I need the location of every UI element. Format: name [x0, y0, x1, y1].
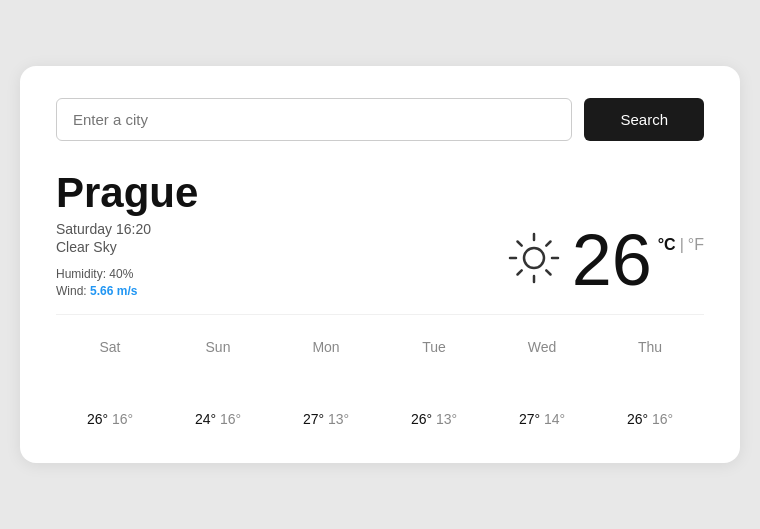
- datetime: Saturday 16:20: [56, 221, 151, 237]
- svg-line-5: [517, 241, 521, 245]
- forecast-day: Sun 24° 16°: [164, 339, 272, 427]
- temp-display: 26 °C | °F: [572, 224, 704, 296]
- search-button[interactable]: Search: [584, 98, 704, 141]
- main-info-row: Saturday 16:20 Clear Sky Humidity: 40% W…: [56, 221, 704, 298]
- day-label: Tue: [422, 339, 446, 355]
- high-temp: 27°: [519, 411, 540, 427]
- temperature-number: 26: [572, 224, 652, 296]
- unit-separator: |: [680, 236, 684, 254]
- city-name: Prague: [56, 169, 704, 217]
- celsius-unit[interactable]: °C: [658, 236, 676, 254]
- low-temp: 14°: [544, 411, 565, 427]
- day-label: Sat: [99, 339, 120, 355]
- svg-point-0: [524, 248, 544, 268]
- forecast-day: Sat 26° 16°: [56, 339, 164, 427]
- svg-line-8: [517, 270, 521, 274]
- humidity-value: 40%: [109, 267, 133, 281]
- humidity-label: Humidity:: [56, 267, 106, 281]
- high-temp: 24°: [195, 411, 216, 427]
- day-label: Mon: [312, 339, 339, 355]
- wind-value: 5.66 m/s: [90, 284, 137, 298]
- forecast-temps: 26° 16°: [627, 411, 673, 427]
- forecast-temps: 27° 13°: [303, 411, 349, 427]
- temperature-display: 26 °C | °F: [506, 224, 704, 296]
- day-label: Thu: [638, 339, 662, 355]
- forecast-day: Thu 26° 16°: [596, 339, 704, 427]
- forecast-temps: 26° 13°: [411, 411, 457, 427]
- day-label: Wed: [528, 339, 557, 355]
- high-temp: 26°: [411, 411, 432, 427]
- condition: Clear Sky: [56, 239, 151, 255]
- temperature-units: °C | °F: [658, 236, 704, 254]
- low-temp: 13°: [436, 411, 457, 427]
- day-label: Sun: [206, 339, 231, 355]
- forecast-temps: 27° 14°: [519, 411, 565, 427]
- low-temp: 16°: [652, 411, 673, 427]
- svg-line-7: [546, 241, 550, 245]
- forecast-day: Wed 27° 14°: [488, 339, 596, 427]
- forecast-day: Mon 27° 13°: [272, 339, 380, 427]
- low-temp: 16°: [220, 411, 241, 427]
- low-temp: 16°: [112, 411, 133, 427]
- svg-line-6: [546, 270, 550, 274]
- current-weather-icon: [506, 230, 562, 290]
- forecast-row: Sat 26° 16° Sun 24° 16°: [56, 314, 704, 427]
- forecast-day: Tue 26° 13°: [380, 339, 488, 427]
- low-temp: 13°: [328, 411, 349, 427]
- city-search-input[interactable]: [56, 98, 572, 141]
- high-temp: 26°: [627, 411, 648, 427]
- fahrenheit-unit[interactable]: °F: [688, 236, 704, 254]
- high-temp: 27°: [303, 411, 324, 427]
- search-row: Search: [56, 98, 704, 141]
- weather-card: Search Prague Saturday 16:20 Clear Sky H…: [20, 66, 740, 463]
- humidity: Humidity: 40%: [56, 267, 151, 281]
- high-temp: 26°: [87, 411, 108, 427]
- left-info: Saturday 16:20 Clear Sky Humidity: 40% W…: [56, 221, 151, 298]
- wind-label: Wind:: [56, 284, 87, 298]
- forecast-temps: 26° 16°: [87, 411, 133, 427]
- forecast-temps: 24° 16°: [195, 411, 241, 427]
- wind: Wind: 5.66 m/s: [56, 284, 151, 298]
